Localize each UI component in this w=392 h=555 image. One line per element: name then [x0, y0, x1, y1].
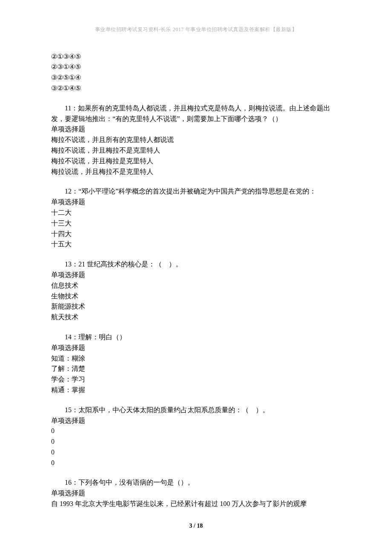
- q15-opt-a: 0: [51, 426, 341, 436]
- q13-type: 单项选择题: [51, 270, 341, 280]
- q15-stem: 15：太阳系中，中心天体太阳的质量约占太阳系总质量的：（ ）。: [51, 405, 341, 416]
- q16-opt-a: 自 1993 年北京大学生电影节诞生以来，已经累计有超过 100 万人次参与了影…: [51, 499, 341, 509]
- q13-opt-b: 生物技术: [51, 291, 341, 302]
- q11-opt-c: 梅拉不说谎，并且梅拉是克里特人: [51, 156, 341, 167]
- q10-opt-d: ③②①④⑤: [51, 83, 341, 94]
- question-16: 16：下列各句中，没有语病的一句是（）。 单项选择题 自 1993 年北京大学生…: [51, 477, 341, 509]
- q11-type: 单项选择题: [51, 124, 341, 135]
- question-15: 15：太阳系中，中心天体太阳的质量约占太阳系总质量的：（ ）。 单项选择题 0 …: [51, 405, 341, 468]
- q14-type: 单项选择题: [51, 343, 341, 353]
- question-13: 13：21 世纪高技术的核心是：（ ）。 单项选择题 信息技术 生物技术 新能源…: [51, 259, 341, 323]
- page-footer: 3 / 18: [51, 521, 341, 531]
- q12-stem: 12：“邓小平理论”科学概念的首次提出并被确定为中国共产党的指导思想是在党的：: [51, 186, 341, 197]
- q10-options-block: ②①③④⑤ ②③①④⑤ ③②⑤①④ ③②①④⑤: [51, 52, 341, 94]
- q16-stem: 16：下列各句中，没有语病的一句是（）。: [51, 477, 341, 488]
- q14-stem: 14：理解：明白（）: [51, 332, 341, 343]
- q11-opt-d: 梅拉说谎，并且梅拉不是克里特人: [51, 167, 341, 177]
- q12-opt-c: 十四大: [51, 229, 341, 240]
- q11-opt-b: 梅拉不说谎，并且梅拉不是克里特人: [51, 145, 341, 156]
- q12-opt-b: 十三大: [51, 218, 341, 229]
- q13-opt-d: 航天技术: [51, 312, 341, 323]
- q14-opt-b: 了解：清楚: [51, 364, 341, 374]
- q14-opt-a: 知道：糊涂: [51, 353, 341, 364]
- q15-opt-d: 0: [51, 458, 341, 468]
- question-11: 11：如果所有的克里特岛人都说谎，并且梅拉式克是特岛人，则梅拉说谎。由上述命题出…: [51, 103, 341, 177]
- question-14: 14：理解：明白（） 单项选择题 知道：糊涂 了解：清楚 学会：学习 精通：掌握: [51, 332, 341, 396]
- q12-type: 单项选择题: [51, 197, 341, 208]
- q11-stem: 11：如果所有的克里特岛人都说谎，并且梅拉式克是特岛人，则梅拉说谎。由上述命题出…: [51, 103, 341, 124]
- q12-opt-a: 十二大: [51, 208, 341, 218]
- q16-type: 单项选择题: [51, 488, 341, 499]
- page-header: 事业单位招聘考试复习资料-长乐 2017 年事业单位招聘考试真题及答案解析【最新…: [51, 26, 341, 34]
- q14-opt-c: 学会：学习: [51, 374, 341, 385]
- q10-opt-c: ③②⑤①④: [51, 72, 341, 83]
- q10-opt-a: ②①③④⑤: [51, 52, 341, 62]
- q14-opt-d: 精通：掌握: [51, 385, 341, 396]
- q13-opt-c: 新能源技术: [51, 301, 341, 312]
- q10-opt-b: ②③①④⑤: [51, 62, 341, 72]
- q12-opt-d: 十五大: [51, 239, 341, 250]
- q15-opt-b: 0: [51, 436, 341, 447]
- q13-opt-a: 信息技术: [51, 280, 341, 291]
- q13-stem: 13：21 世纪高技术的核心是：（ ）。: [51, 259, 341, 270]
- q15-type: 单项选择题: [51, 416, 341, 426]
- question-12: 12：“邓小平理论”科学概念的首次提出并被确定为中国共产党的指导思想是在党的： …: [51, 186, 341, 250]
- q11-opt-a: 梅拉不说谎，并且所有的克里特人都说谎: [51, 135, 341, 145]
- q15-opt-c: 0: [51, 447, 341, 458]
